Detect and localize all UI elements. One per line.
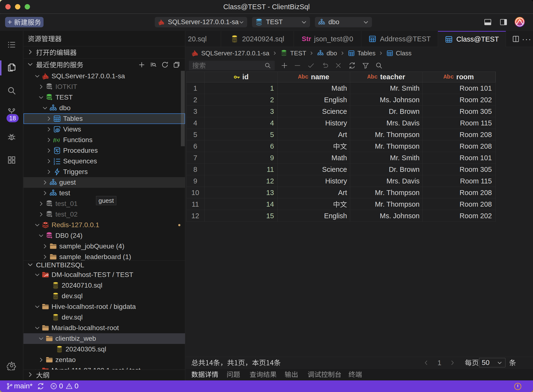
svg-text:f(x): f(x) — [53, 138, 60, 143]
svg-text:3: 3 — [54, 162, 55, 165]
